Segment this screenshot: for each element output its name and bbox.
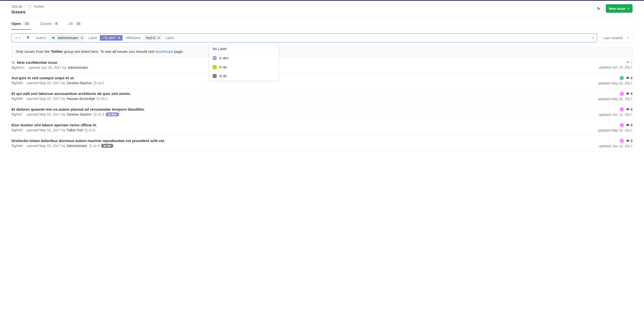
issue-milestone[interactable]: v2.0 (89, 144, 100, 148)
tab-all-count: 21 (75, 22, 82, 26)
issue-milestone[interactable]: v2.0 (84, 128, 95, 132)
sort-dropdown[interactable]: Last created (600, 33, 632, 42)
issue-updated: updated May 02, 2017 (598, 81, 632, 85)
issue-ref[interactable]: flight#11 (12, 66, 25, 70)
issue-author[interactable]: Administrator (68, 66, 88, 70)
filter-history-button[interactable] (12, 34, 24, 42)
chevron-down-icon (627, 8, 629, 9)
issue-title[interactable]: Et dolores quaerat rem ea autem placeat … (12, 107, 145, 111)
assignee-avatar[interactable] (620, 91, 624, 96)
label-option[interactable]: to do (209, 72, 278, 80)
breadcrumb-root[interactable]: GitLab (12, 4, 22, 8)
label-option-none-text: No Label (213, 47, 227, 51)
issue-ref[interactable]: flight#7 (12, 112, 23, 116)
issue-opened-text: opened Jun 15, 2017 by (29, 66, 66, 70)
issue-row: Distinctio totam doloribus ducimus autem… (12, 136, 632, 151)
issue-author[interactable]: Desiree Stanton (67, 81, 92, 85)
label-option-none[interactable]: No Label (209, 44, 278, 53)
issue-milestone-text: v2.0 (98, 112, 104, 116)
issue-opened-text: opened May 02, 2017 by (27, 97, 65, 101)
issue-ref[interactable]: flight#9 (12, 81, 23, 85)
rss-button[interactable] (593, 4, 604, 13)
issue-ref[interactable]: flight#8 (12, 97, 23, 101)
label-dropdown: No Label in dev in qa to do (209, 44, 279, 81)
label-swatch (213, 65, 217, 69)
assignee-avatar[interactable] (620, 123, 624, 127)
comments-count[interactable]: 8 (626, 92, 632, 96)
issue-milestone-text: v2.0 (88, 128, 95, 132)
issue-title-text: New confidential issue (17, 60, 58, 65)
issue-title[interactable]: Eius tenetur sint labore aperiam nemo of… (12, 123, 97, 127)
new-issue-label: New issue (609, 7, 625, 10)
filter-label-label: Label (87, 36, 98, 40)
issue-right-icons: 8 (620, 123, 632, 127)
issue-right-icons: 8 (620, 91, 632, 96)
tab-open[interactable]: Open 15 (12, 21, 30, 30)
issue-title[interactable]: New confidential issue (12, 60, 88, 65)
issue-right-icons: 0 (626, 60, 632, 64)
issue-label-pill[interactable]: to do (101, 144, 113, 148)
issue-title[interactable]: Distinctio totam doloribus ducimus autem… (12, 139, 165, 143)
assignee-avatar[interactable] (620, 76, 624, 80)
clear-filter-button[interactable]: ✕ (591, 36, 594, 40)
issue-milestone-text: v2.0 (93, 144, 100, 148)
filter-author-chip[interactable]: ✽ Administrator ✕ (49, 35, 85, 41)
issue-row: Eius tenetur sint labore aperiam nemo of… (12, 120, 632, 136)
issue-ref[interactable]: flight#4 (12, 144, 23, 148)
issue-author[interactable]: Administrator (67, 144, 87, 148)
comments-count[interactable]: 8 (626, 139, 632, 143)
comment-icon (626, 76, 630, 80)
label-option-text: in qa (219, 65, 227, 69)
new-issue-button[interactable]: New issue (606, 4, 632, 13)
issue-meta: flight#11·opened Jun 15, 2017 byAdminist… (12, 66, 88, 70)
tab-open-count: 15 (23, 22, 30, 26)
assignee-avatar[interactable] (620, 107, 624, 112)
confidential-icon (12, 61, 15, 64)
issue-label-pill[interactable]: in dev (106, 112, 119, 116)
close-icon[interactable]: ✕ (118, 36, 120, 40)
breadcrumb-group[interactable]: Twitter (34, 4, 44, 8)
header-row: GitLab / ? Twitter Issues New issue (8, 1, 636, 17)
label-option[interactable]: in qa (209, 63, 278, 72)
issue-right-icons: 8 (620, 107, 632, 112)
issue-title-text: Aut quis in sed cumque sequi et ut. (12, 76, 75, 80)
issue-meta: flight#5·opened May 02, 2017 byFallon Fe… (12, 128, 97, 132)
banner-dashboard-link[interactable]: dashboard (156, 49, 173, 54)
comments-count[interactable]: 8 (626, 123, 632, 127)
label-option[interactable]: in dev (209, 54, 278, 63)
label-option-text: to do (219, 74, 227, 78)
separator-dot: · (24, 97, 25, 101)
close-icon[interactable]: ✕ (157, 36, 160, 40)
comment-icon (626, 108, 630, 111)
tab-closed-label: Closed (40, 21, 52, 26)
clock-icon (84, 129, 88, 132)
tab-all[interactable]: All 21 (69, 21, 82, 30)
issue-author[interactable]: Desiree Stanton (67, 112, 92, 116)
tab-closed[interactable]: Closed 6 (40, 21, 59, 30)
issue-milestone[interactable]: v2.0 (93, 112, 104, 116)
comments-count[interactable]: 8 (626, 107, 632, 111)
info-banner: Only issues from the Twitter group are l… (12, 46, 632, 57)
issue-milestone[interactable]: v4.0 (93, 81, 104, 85)
breadcrumb-separator: / (24, 4, 26, 8)
filter-funnel[interactable] (24, 34, 32, 42)
issue-author[interactable]: Fallon Feil (67, 128, 83, 132)
issue-author[interactable]: Hassan Buckridge (67, 97, 95, 101)
filter-milestone-chip[interactable]: %v0.0 ✕ (144, 35, 162, 41)
filter-label-chip[interactable]: ~"in dev" ✕ (100, 35, 122, 41)
assignee-avatar[interactable] (620, 139, 624, 143)
issue-right-icons: 8 (620, 139, 632, 143)
issue-ref[interactable]: flight#5 (12, 128, 23, 132)
separator-dot: · (24, 128, 25, 132)
label-swatch (213, 56, 217, 60)
filter-search[interactable]: Author ✽ Administrator ✕ Label ~"in dev"… (12, 33, 597, 42)
comments-count[interactable]: 0 (626, 60, 632, 64)
close-icon[interactable]: ✕ (80, 36, 83, 40)
issue-title[interactable]: Et qui odit sint laborum accusantium arc… (12, 91, 131, 96)
banner-suffix: page. (173, 49, 184, 54)
issue-milestone[interactable]: v0.0 (96, 97, 107, 101)
banner-prefix: Only issues from the (16, 49, 51, 54)
comments-count[interactable]: 8 (626, 76, 632, 80)
issue-title[interactable]: Aut quis in sed cumque sequi et ut. (12, 76, 104, 80)
issue-milestone-text: v4.0 (98, 81, 104, 85)
